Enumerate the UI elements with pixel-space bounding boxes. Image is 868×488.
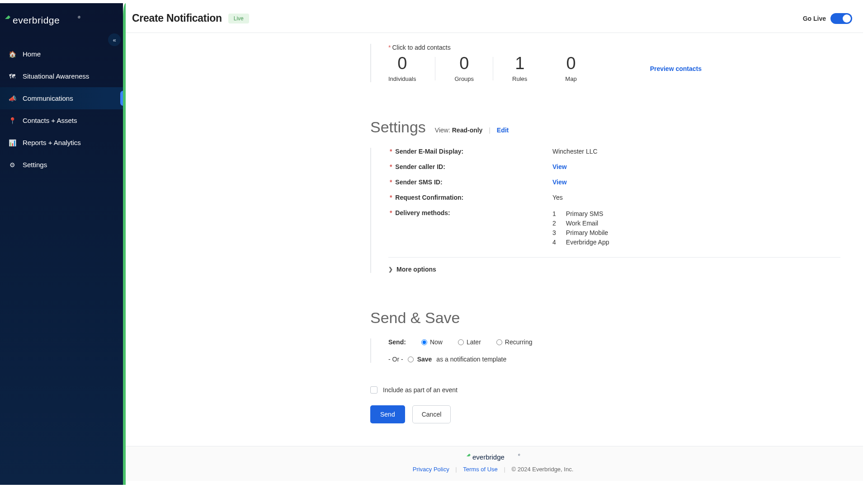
- svg-text:everbridge: everbridge: [472, 453, 505, 461]
- view-caller-id-link[interactable]: View: [552, 163, 567, 170]
- setting-value-confirmation: Yes: [552, 194, 840, 201]
- cancel-button[interactable]: Cancel: [412, 405, 451, 423]
- go-live-toggle[interactable]: [830, 13, 852, 24]
- delivery-row: 1Primary SMS: [552, 209, 840, 219]
- send-option-recurring[interactable]: Recurring: [496, 338, 533, 346]
- preview-contacts-link[interactable]: Preview contacts: [650, 65, 702, 72]
- save-template-option[interactable]: Save: [408, 356, 432, 363]
- radio-now[interactable]: [421, 339, 427, 345]
- send-save-header: Send & Save: [123, 309, 863, 327]
- sidebar-item-settings[interactable]: ⚙ Settings: [0, 154, 123, 176]
- radio-later[interactable]: [458, 339, 464, 345]
- page-title: Create Notification: [132, 12, 222, 24]
- brand-text: everbridge: [13, 15, 60, 25]
- setting-label-delivery: * Delivery methods:: [390, 209, 552, 247]
- main-content: Create Notification Live Go Live *Click …: [123, 3, 863, 485]
- sidebar-item-label: Situational Awareness: [23, 72, 89, 80]
- sidebar-item-contacts-assets[interactable]: 📍 Contacts + Assets: [0, 109, 123, 131]
- stat-individuals[interactable]: 0 Individuals: [388, 55, 435, 82]
- divider: [388, 257, 840, 258]
- section-title: Send & Save: [370, 309, 460, 327]
- chart-icon: 📊: [8, 139, 16, 146]
- sidebar-item-home[interactable]: 🏠 Home: [0, 43, 123, 65]
- setting-label-sms-id: * Sender SMS ID:: [390, 178, 552, 186]
- stat-groups[interactable]: 0 Groups: [435, 55, 493, 82]
- gear-icon: ⚙: [8, 161, 16, 169]
- footer-logo: everbridge ®: [123, 453, 863, 463]
- footer: everbridge ® Privacy Policy | Terms of U…: [123, 446, 863, 481]
- view-label: View:: [435, 127, 450, 134]
- stat-value: 0: [566, 55, 576, 72]
- setting-label-confirmation: * Request Confirmation:: [390, 194, 552, 201]
- send-option-now[interactable]: Now: [421, 338, 443, 346]
- sidebar-item-label: Contacts + Assets: [23, 117, 77, 124]
- send-label: Send:: [388, 338, 406, 346]
- setting-label-caller-id: * Sender caller ID:: [390, 163, 552, 170]
- brand-logo: everbridge ®: [0, 3, 123, 40]
- stat-label: Individuals: [388, 75, 416, 82]
- stat-map[interactable]: 0 Map: [546, 55, 595, 82]
- stat-value: 0: [459, 55, 469, 72]
- sidebar: everbridge ® « 🏠 Home 🗺 Situational Awar…: [0, 3, 123, 485]
- radio-recurring[interactable]: [496, 339, 502, 345]
- separator: |: [455, 466, 457, 473]
- separator: |: [504, 466, 505, 473]
- more-options-toggle[interactable]: ❯ More options: [388, 266, 840, 273]
- chevron-right-icon: ❯: [388, 266, 393, 272]
- sidebar-collapse-button[interactable]: «: [108, 33, 121, 46]
- megaphone-icon: 📣: [8, 95, 16, 102]
- stat-label: Groups: [454, 75, 474, 82]
- stat-label: Rules: [512, 75, 527, 82]
- svg-text:®: ®: [78, 15, 80, 19]
- view-sms-id-link[interactable]: View: [552, 178, 567, 186]
- sidebar-item-label: Settings: [23, 161, 47, 169]
- view-value: Read-only: [452, 127, 483, 134]
- chevron-double-left-icon: «: [113, 37, 116, 43]
- send-option-later[interactable]: Later: [458, 338, 481, 346]
- setting-label-email-display: * Sender E-Mail Display:: [390, 148, 552, 155]
- section-title: Settings: [370, 118, 426, 136]
- map-icon: 🗺: [8, 73, 16, 80]
- terms-of-use-link[interactable]: Terms of Use: [463, 466, 498, 473]
- svg-text:®: ®: [518, 454, 520, 456]
- topbar: Create Notification Live Go Live: [123, 3, 863, 33]
- include-event-checkbox[interactable]: [370, 386, 377, 394]
- delivery-methods-list: 1Primary SMS 2Work Email 3Primary Mobile…: [552, 209, 840, 247]
- go-live-label: Go Live: [803, 15, 826, 22]
- include-event-label: Include as part of an event: [383, 386, 458, 394]
- sidebar-item-communications[interactable]: 📣 Communications: [0, 87, 123, 109]
- home-icon: 🏠: [8, 51, 16, 58]
- save-template-suffix: as a notification template: [436, 356, 506, 363]
- pin-icon: 📍: [8, 117, 16, 124]
- sidebar-item-label: Communications: [23, 94, 73, 102]
- send-button[interactable]: Send: [370, 405, 405, 423]
- radio-save[interactable]: [408, 357, 414, 362]
- or-label: - Or -: [388, 356, 403, 363]
- copyright-text: © 2024 Everbridge, Inc.: [512, 466, 574, 473]
- edit-settings-link[interactable]: Edit: [497, 127, 509, 134]
- stat-rules[interactable]: 1 Rules: [493, 55, 546, 82]
- add-contacts-hint[interactable]: *Click to add contacts: [388, 44, 840, 51]
- stat-value: 0: [397, 55, 407, 72]
- stat-label: Map: [565, 75, 576, 82]
- setting-value-email-display: Winchester LLC: [552, 148, 840, 155]
- delivery-row: 2Work Email: [552, 219, 840, 228]
- delivery-row: 4Everbridge App: [552, 238, 840, 247]
- sidebar-item-reports-analytics[interactable]: 📊 Reports + Analytics: [0, 131, 123, 154]
- sidebar-item-situational-awareness[interactable]: 🗺 Situational Awareness: [0, 65, 123, 87]
- settings-header: Settings View: Read-only | Edit: [123, 118, 863, 136]
- separator: |: [489, 127, 491, 134]
- required-marker: *: [388, 44, 391, 51]
- sidebar-item-label: Home: [23, 50, 41, 58]
- privacy-policy-link[interactable]: Privacy Policy: [413, 466, 449, 473]
- stat-value: 1: [515, 55, 524, 72]
- sidebar-item-label: Reports + Analytics: [23, 139, 81, 146]
- delivery-row: 3Primary Mobile: [552, 228, 840, 238]
- live-badge: Live: [228, 14, 249, 23]
